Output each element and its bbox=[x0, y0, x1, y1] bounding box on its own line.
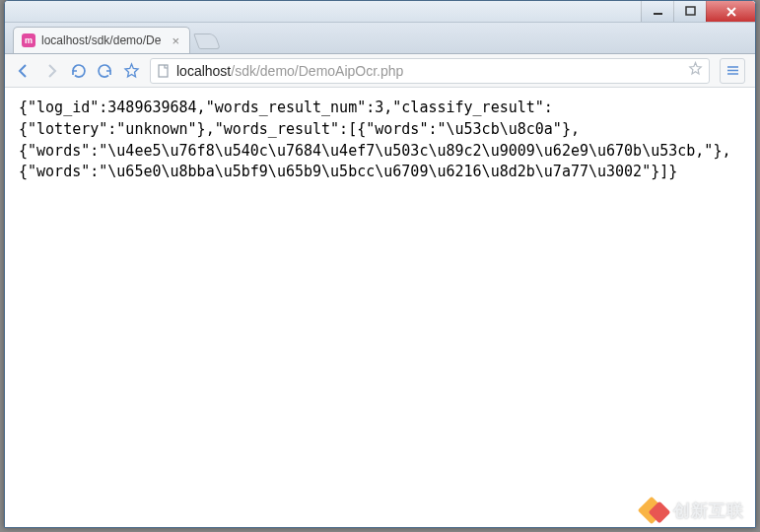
star-outline-icon bbox=[688, 61, 703, 76]
json-line: {"log_id":3489639684,"words_result_num":… bbox=[19, 99, 553, 116]
menu-button[interactable] bbox=[720, 58, 745, 84]
browser-window: m localhost/sdk/demo/De × localhost/sdk/… bbox=[4, 0, 756, 528]
forward-button[interactable] bbox=[42, 62, 60, 80]
undo-button[interactable] bbox=[97, 62, 113, 79]
reload-button[interactable] bbox=[70, 62, 87, 79]
url-path: /sdk/demo/DemoAipOcr.php bbox=[231, 63, 403, 79]
window-minimize-button[interactable] bbox=[641, 1, 673, 22]
browser-tab[interactable]: m localhost/sdk/demo/De × bbox=[13, 27, 190, 53]
tab-strip: m localhost/sdk/demo/De × bbox=[5, 23, 755, 54]
star-icon bbox=[123, 62, 140, 79]
watermark-text: 创新互联 bbox=[673, 499, 744, 522]
watermark: 创新互联 bbox=[640, 497, 744, 524]
json-line: {"words":"\u4ee5\u76f8\u540c\u7684\u4ef7… bbox=[19, 142, 730, 160]
new-tab-button[interactable] bbox=[193, 33, 221, 49]
reload-icon bbox=[70, 62, 87, 79]
page-content: {"log_id":3489639684,"words_result_num":… bbox=[5, 88, 755, 193]
toolbar: localhost/sdk/demo/DemoAipOcr.php bbox=[5, 54, 755, 88]
tab-close-button[interactable]: × bbox=[172, 34, 179, 47]
svg-rect-1 bbox=[686, 7, 695, 15]
forward-icon bbox=[42, 62, 60, 80]
address-bar[interactable]: localhost/sdk/demo/DemoAipOcr.php bbox=[150, 58, 710, 84]
window-titlebar bbox=[5, 1, 755, 23]
back-icon bbox=[15, 62, 33, 80]
json-line: {"lottery":"unknown"},"words_result":[{"… bbox=[19, 120, 580, 138]
hamburger-icon bbox=[725, 63, 740, 78]
bookmark-page-button[interactable] bbox=[688, 61, 703, 80]
back-button[interactable] bbox=[15, 62, 33, 80]
page-icon bbox=[157, 64, 171, 78]
tab-favicon: m bbox=[22, 33, 35, 47]
tab-title: localhost/sdk/demo/De bbox=[41, 33, 166, 47]
url-text: localhost/sdk/demo/DemoAipOcr.php bbox=[176, 63, 682, 79]
json-line: {"words":"\u65e0\u8bba\u5bf9\u65b9\u5bcc… bbox=[19, 163, 677, 180]
url-host: localhost bbox=[176, 63, 231, 79]
bookmark-star-button[interactable] bbox=[123, 62, 140, 79]
window-maximize-button[interactable] bbox=[673, 1, 706, 22]
svg-rect-2 bbox=[159, 65, 168, 77]
svg-rect-0 bbox=[654, 13, 662, 15]
close-icon bbox=[725, 6, 737, 18]
undo-icon bbox=[97, 62, 113, 79]
window-close-button[interactable] bbox=[706, 1, 755, 22]
maximize-icon bbox=[685, 6, 696, 17]
watermark-logo-icon bbox=[640, 497, 667, 524]
minimize-icon bbox=[653, 6, 663, 17]
